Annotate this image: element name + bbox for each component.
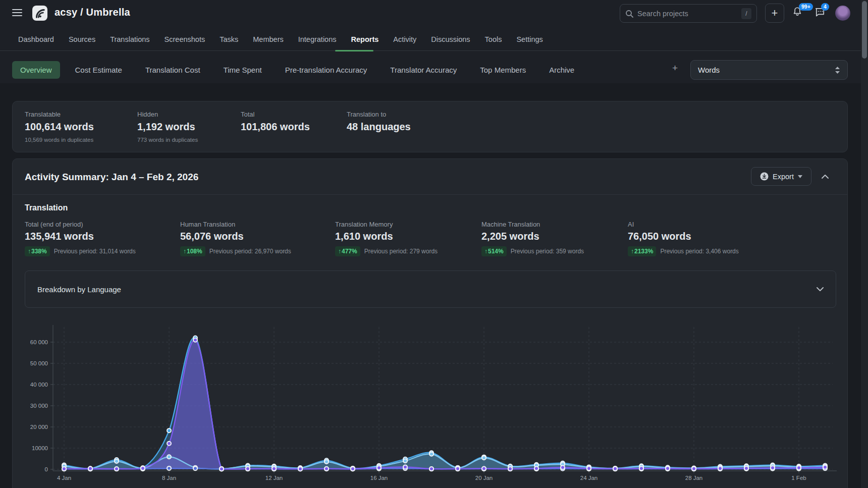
change-badge: ↑338% [25, 246, 50, 256]
search-input[interactable] [637, 10, 741, 18]
metric-translation-memory: Translation Memory 1,610 words ↑477% Pre… [335, 221, 438, 256]
change-badge: ↑477% [335, 246, 360, 256]
project-breadcrumb-title[interactable]: acsy / Umbrella [55, 7, 130, 18]
svg-text:1 Feb: 1 Feb [791, 475, 806, 481]
hamburger-menu-icon[interactable] [12, 9, 22, 17]
subtab-overview[interactable]: Overview [12, 61, 60, 79]
project-nav-tabs: Dashboard Sources Translations Screensho… [18, 28, 543, 51]
tab-integrations[interactable]: Integrations [298, 35, 337, 43]
logo-bird-icon [34, 8, 45, 19]
svg-text:50 000: 50 000 [30, 360, 48, 366]
stat-translation-to: Translation to 48 languages [347, 101, 411, 133]
app-logo[interactable] [32, 6, 47, 21]
subtab-pretranslation-accuracy[interactable]: Pre-translation Accuracy [277, 61, 375, 79]
search-shortcut-hint: / [741, 8, 751, 19]
word-summary-card: Translatable 100,614 words 10,569 words … [12, 101, 848, 152]
caret-down-icon [798, 175, 802, 178]
svg-text:12 Jan: 12 Jan [265, 475, 283, 481]
svg-text:28 Jan: 28 Jan [685, 475, 703, 481]
subtab-time-spent[interactable]: Time Spent [215, 61, 270, 79]
metric-machine-translation: Machine Translation 2,205 words ↑514% Pr… [481, 221, 584, 256]
notifications-button[interactable]: 99+ [792, 6, 806, 20]
svg-text:8 Jan: 8 Jan [162, 475, 176, 481]
svg-text:24 Jan: 24 Jan [580, 475, 598, 481]
download-icon [760, 172, 769, 181]
tab-discussions[interactable]: Discussions [431, 35, 470, 43]
chevron-down-icon [817, 287, 824, 292]
tab-screenshots[interactable]: Screenshots [165, 35, 205, 43]
breakdown-by-language-toggle[interactable]: Breakdown by Language [25, 270, 836, 308]
unit-select-dropdown[interactable]: Words [690, 60, 848, 80]
svg-text:4 Jan: 4 Jan [57, 475, 71, 481]
subtab-archive[interactable]: Archive [541, 61, 582, 79]
svg-text:20 000: 20 000 [30, 424, 48, 430]
scrollbar-thumb[interactable] [862, 1, 867, 59]
create-project-button[interactable]: + [765, 4, 784, 23]
subtab-cost-estimate[interactable]: Cost Estimate [67, 61, 130, 79]
report-subtabs: Overview Cost Estimate Translation Cost … [12, 60, 582, 79]
messages-button[interactable]: 4 [814, 6, 828, 20]
change-badge: ↑108% [180, 246, 205, 256]
collapse-section-button[interactable] [818, 170, 832, 182]
change-badge: ↑2133% [628, 246, 656, 256]
tab-translations[interactable]: Translations [110, 35, 149, 43]
card-divider [13, 194, 847, 195]
svg-text:40 000: 40 000 [30, 382, 48, 388]
scrollbar-track [861, 0, 868, 488]
notifications-count-badge: 99+ [799, 3, 813, 11]
tab-reports[interactable]: Reports [351, 35, 379, 43]
svg-text:10000: 10000 [32, 445, 48, 451]
increase-arrow-icon: ↑ [631, 248, 634, 255]
activity-area-chart: 01000020 00030 00040 00050 00060 0004 Ja… [0, 322, 868, 488]
search-projects-box[interactable]: / [620, 4, 757, 23]
change-badge: ↑514% [481, 246, 507, 256]
subtab-translation-cost[interactable]: Translation Cost [137, 61, 208, 79]
activity-chart: 01000020 00030 00040 00050 00060 0004 Ja… [0, 322, 868, 488]
subtab-top-members[interactable]: Top Members [472, 61, 534, 79]
increase-arrow-icon: ↑ [338, 248, 341, 255]
translation-section-title: Translation [25, 203, 68, 212]
tab-sources[interactable]: Sources [69, 35, 95, 43]
top-bar: acsy / Umbrella / + 99+ 4 [0, 0, 868, 26]
activity-summary-title: Activity Summary: Jan 4 – Feb 2, 2026 [25, 172, 198, 183]
stat-hidden: Hidden 1,192 words 773 words in duplicat… [137, 101, 198, 143]
tab-members[interactable]: Members [253, 35, 283, 43]
increase-arrow-icon: ↑ [484, 248, 487, 255]
svg-text:16 Jan: 16 Jan [370, 475, 388, 481]
svg-text:20 Jan: 20 Jan [475, 475, 493, 481]
add-report-button[interactable]: + [672, 63, 678, 74]
increase-arrow-icon: ↑ [183, 248, 186, 255]
stat-translatable: Translatable 100,614 words 10,569 words … [25, 101, 94, 143]
metric-total: Total (end of period) 135,941 words ↑338… [25, 221, 136, 256]
stat-total: Total 101,806 words [241, 101, 310, 133]
user-avatar[interactable] [835, 6, 850, 21]
chevron-up-icon [822, 174, 829, 179]
metric-ai: AI 76,050 words ↑2133% Previous period: … [628, 221, 739, 256]
svg-text:30 000: 30 000 [30, 403, 48, 409]
metric-human-translation: Human Translation 56,076 words ↑108% Pre… [180, 221, 291, 256]
svg-text:60 000: 60 000 [30, 339, 48, 345]
unit-select-value: Words [698, 66, 835, 74]
select-arrows-icon [835, 66, 840, 74]
export-button-label: Export [773, 173, 794, 181]
subtab-translator-accuracy[interactable]: Translator Accuracy [382, 61, 465, 79]
increase-arrow-icon: ↑ [28, 248, 31, 255]
search-icon [625, 10, 633, 18]
tab-tools[interactable]: Tools [485, 35, 502, 43]
tab-settings[interactable]: Settings [516, 35, 542, 43]
tab-dashboard[interactable]: Dashboard [18, 35, 54, 43]
tab-tasks[interactable]: Tasks [220, 35, 238, 43]
svg-text:0: 0 [45, 466, 48, 472]
messages-count-badge: 4 [821, 3, 829, 11]
tab-activity[interactable]: Activity [393, 35, 416, 43]
export-button[interactable]: Export [751, 167, 811, 186]
